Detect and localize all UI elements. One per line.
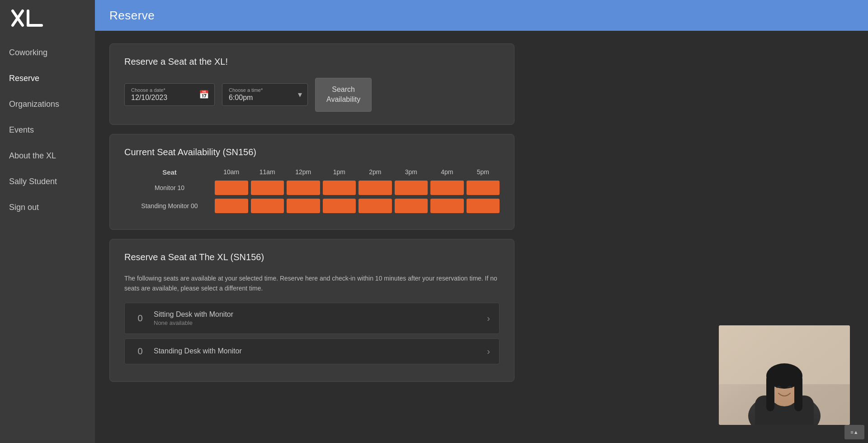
time-value: 6:00pm bbox=[229, 94, 293, 102]
time-col-header-4pm: 4pm bbox=[430, 168, 464, 176]
seat-chevron-icon-sitting-desk: › bbox=[487, 313, 490, 324]
seat-info-standing-desk: Standing Desk with Monitor bbox=[154, 347, 487, 355]
sidebar-item-about[interactable]: About the XL bbox=[0, 143, 95, 169]
calendar-icon: 📅 bbox=[199, 90, 209, 100]
avail-cell-0-2[interactable] bbox=[287, 181, 320, 195]
availability-rows: Monitor 10Standing Monitor 00 bbox=[124, 181, 500, 213]
sidebar-item-user[interactable]: Sally Student bbox=[0, 169, 95, 195]
avail-cell-0-6[interactable] bbox=[430, 181, 464, 195]
svg-rect-12 bbox=[794, 375, 802, 411]
sidebar: Coworking Reserve Organizations Events A… bbox=[0, 0, 95, 443]
avail-cell-0-3[interactable] bbox=[323, 181, 356, 195]
time-col-header-3pm: 3pm bbox=[395, 168, 428, 176]
avail-cell-1-3[interactable] bbox=[323, 199, 356, 213]
avail-cells-1 bbox=[215, 199, 500, 213]
sidebar-item-signout[interactable]: Sign out bbox=[0, 195, 95, 220]
sidebar-item-events[interactable]: Events bbox=[0, 117, 95, 143]
avail-cell-0-7[interactable] bbox=[467, 181, 500, 195]
availability-card: Current Seat Availability (SN156) Seat 1… bbox=[109, 134, 514, 230]
seat-count-sitting-desk: 0 bbox=[134, 313, 146, 324]
availability-header-row: Seat 10am11am12pm1pm2pm3pm4pm5pm bbox=[124, 168, 500, 176]
availability-table: Seat 10am11am12pm1pm2pm3pm4pm5pm Monitor… bbox=[124, 168, 500, 213]
sidebar-logo bbox=[0, 0, 95, 36]
sidebar-item-organizations[interactable]: Organizations bbox=[0, 91, 95, 117]
avail-cell-1-1[interactable] bbox=[251, 199, 284, 213]
reserve-section-description: The following seats are available at you… bbox=[124, 273, 500, 294]
avail-cell-1-6[interactable] bbox=[430, 199, 464, 213]
seat-name-sitting-desk: Sitting Desk with Monitor bbox=[154, 310, 487, 319]
time-col-header-2pm: 2pm bbox=[359, 168, 392, 176]
content-area: Reserve a Seat at the XL! Choose a date*… bbox=[95, 31, 529, 443]
svg-rect-11 bbox=[766, 375, 774, 411]
reserve-section-card: Reserve a Seat at The XL (SN156) The fol… bbox=[109, 239, 514, 382]
reserve-form: Choose a date* 12/10/2023 📅 Choose a tim… bbox=[124, 78, 500, 112]
reserve-section-title: Reserve a Seat at The XL (SN156) bbox=[124, 252, 500, 262]
time-col-header-11am: 11am bbox=[251, 168, 284, 176]
seat-name-standing-desk: Standing Desk with Monitor bbox=[154, 347, 487, 355]
seat-count-standing-desk: 0 bbox=[134, 346, 146, 357]
avail-seat-name-0: Monitor 10 bbox=[124, 184, 215, 191]
sidebar-item-coworking[interactable]: Coworking bbox=[0, 40, 95, 66]
avail-cell-1-4[interactable] bbox=[359, 199, 392, 213]
seat-status-sitting-desk: None available bbox=[154, 319, 487, 326]
avail-cell-1-5[interactable] bbox=[395, 199, 428, 213]
time-col-header-12pm: 12pm bbox=[287, 168, 320, 176]
reserve-seat-card: Reserve a Seat at the XL! Choose a date*… bbox=[109, 43, 514, 125]
dropdown-icon: ▾ bbox=[298, 90, 302, 100]
seat-info-sitting-desk: Sitting Desk with MonitorNone available bbox=[154, 310, 487, 326]
avail-cell-0-1[interactable] bbox=[251, 181, 284, 195]
badge-text: ≡▲ bbox=[850, 429, 858, 435]
avail-cell-0-0[interactable] bbox=[215, 181, 248, 195]
seat-option-standing-desk[interactable]: 0Standing Desk with Monitor› bbox=[124, 338, 500, 364]
date-label: Choose a date* bbox=[131, 87, 196, 93]
avail-cell-1-0[interactable] bbox=[215, 199, 248, 213]
avail-cells-0 bbox=[215, 181, 500, 195]
avail-seat-name-1: Standing Monitor 00 bbox=[124, 202, 215, 210]
time-field[interactable]: Choose a time* 6:00pm ▾ bbox=[222, 83, 308, 106]
search-availability-button[interactable]: Search Availability bbox=[315, 78, 372, 112]
time-col-header-1pm: 1pm bbox=[323, 168, 356, 176]
date-field[interactable]: Choose a date* 12/10/2023 📅 bbox=[124, 83, 215, 106]
time-col-header-5pm: 5pm bbox=[467, 168, 500, 176]
date-value: 12/10/2023 bbox=[131, 94, 196, 102]
video-thumbnail bbox=[719, 325, 850, 425]
avail-row-1: Standing Monitor 00 bbox=[124, 199, 500, 213]
availability-card-title: Current Seat Availability (SN156) bbox=[124, 147, 500, 157]
sidebar-nav: Coworking Reserve Organizations Events A… bbox=[0, 40, 95, 220]
reserve-card-title: Reserve a Seat at the XL! bbox=[124, 57, 500, 67]
seat-chevron-icon-standing-desk: › bbox=[487, 346, 490, 357]
seat-column-header: Seat bbox=[124, 168, 215, 176]
avail-cell-0-5[interactable] bbox=[395, 181, 428, 195]
bottom-right-badge: ≡▲ bbox=[844, 425, 864, 439]
avail-cell-0-4[interactable] bbox=[359, 181, 392, 195]
time-col-header-10am: 10am bbox=[215, 168, 248, 176]
avail-row-0: Monitor 10 bbox=[124, 181, 500, 195]
avail-cell-1-7[interactable] bbox=[467, 199, 500, 213]
page-title: Reserve bbox=[109, 9, 155, 23]
person-image bbox=[719, 325, 850, 425]
xl-logo-icon bbox=[9, 8, 45, 28]
avail-cell-1-2[interactable] bbox=[287, 199, 320, 213]
video-placeholder bbox=[719, 325, 850, 425]
time-columns-header: 10am11am12pm1pm2pm3pm4pm5pm bbox=[215, 168, 500, 176]
seat-option-sitting-desk[interactable]: 0Sitting Desk with MonitorNone available… bbox=[124, 303, 500, 334]
page-header: Reserve bbox=[95, 0, 868, 31]
time-label: Choose a time* bbox=[229, 87, 293, 93]
sidebar-item-reserve[interactable]: Reserve bbox=[0, 66, 95, 91]
seat-options-list: 0Sitting Desk with MonitorNone available… bbox=[124, 303, 500, 364]
